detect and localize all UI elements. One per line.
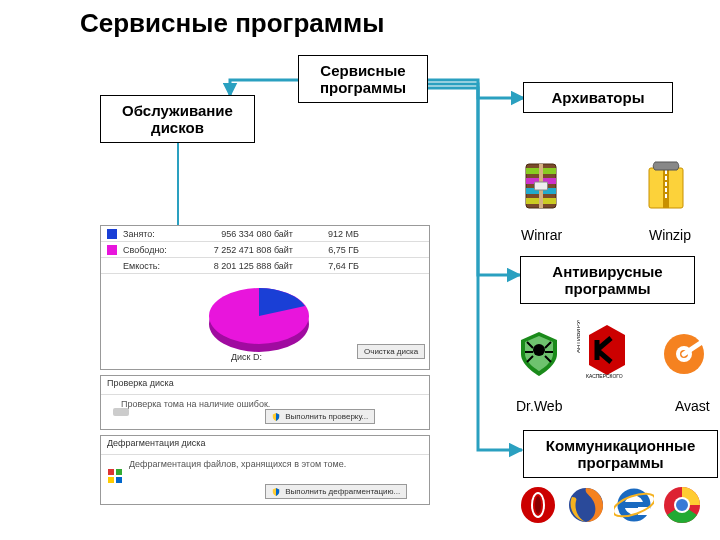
label-avast: Avast — [675, 398, 710, 414]
run-defrag-label: Выполнить дефрагментацию... — [285, 487, 400, 496]
svg-rect-19 — [665, 188, 667, 192]
box-comm: Коммуникационные программы — [523, 430, 718, 478]
svg-point-39 — [676, 499, 688, 511]
chrome-icon — [662, 485, 702, 525]
defrag-panel: Дефрагментация диска Дефрагментация файл… — [100, 435, 430, 505]
total-gb: 7,64 ГБ — [299, 261, 359, 271]
check-disk-text: Проверка тома на наличие ошибок. — [101, 395, 429, 409]
label-winrar: Winrar — [521, 227, 562, 243]
box-arch: Архиваторы — [523, 82, 673, 113]
free-row: Свободно: 7 252 471 808 байт 6,75 ГБ — [101, 242, 429, 258]
drive-icon — [113, 408, 129, 416]
total-row: Емкость: 8 201 125 888 байт 7,64 ГБ — [101, 258, 429, 274]
disk-usage-panel: Занято: 956 334 080 байт 912 МБ Свободно… — [100, 225, 430, 370]
svg-rect-13 — [535, 182, 548, 190]
shield-icon — [272, 488, 280, 496]
kaspersky-icon: АНТИВИРУС КАСПЕРСКОГО — [577, 320, 637, 380]
svg-text:КАСПЕРСКОГО: КАСПЕРСКОГО — [586, 373, 623, 379]
svg-point-31 — [535, 496, 541, 514]
label-drweb: Dr.Web — [516, 398, 562, 414]
shield-icon — [272, 413, 280, 421]
ie-icon — [614, 485, 654, 525]
free-swatch — [107, 245, 117, 255]
total-label: Емкость: — [123, 261, 177, 271]
winzip-icon — [645, 160, 687, 212]
svg-text:АНТИВИРУС: АНТИВИРУС — [577, 320, 581, 353]
box-antiv: Антивирусные программы — [520, 256, 695, 304]
defrag-icon — [107, 468, 123, 484]
used-swatch — [107, 229, 117, 239]
page-title: Сервисные программы — [80, 8, 384, 39]
box-serv-prog: Сервисные программы — [298, 55, 428, 103]
free-label: Свободно: — [123, 245, 177, 255]
used-mb: 912 МБ — [299, 229, 359, 239]
svg-rect-3 — [116, 469, 122, 475]
check-disk-panel: Проверка диска Проверка тома на наличие … — [100, 375, 430, 430]
winrar-icon — [520, 160, 562, 212]
used-bytes: 956 334 080 байт — [183, 229, 293, 239]
run-defrag-button[interactable]: Выполнить дефрагментацию... — [265, 484, 407, 499]
defrag-title: Дефрагментация диска — [101, 436, 429, 455]
disk-name: Диск D: — [231, 352, 262, 362]
svg-point-21 — [533, 344, 545, 356]
run-check-label: Выполнить проверку... — [285, 412, 368, 421]
defrag-text: Дефрагментация файлов, хранящихся в этом… — [101, 455, 429, 469]
svg-rect-4 — [108, 477, 114, 483]
label-winzip: Winzip — [649, 227, 691, 243]
drweb-icon — [515, 330, 563, 378]
opera-icon — [518, 485, 558, 525]
firefox-icon — [566, 485, 606, 525]
svg-rect-5 — [116, 477, 122, 483]
run-check-button[interactable]: Выполнить проверку... — [265, 409, 375, 424]
box-obsl: Обслуживание дисков — [100, 95, 255, 143]
svg-rect-17 — [665, 176, 667, 180]
free-bytes: 7 252 471 808 байт — [183, 245, 293, 255]
clean-disk-button[interactable]: Очистка диска — [357, 344, 425, 359]
svg-rect-18 — [665, 182, 667, 186]
used-label: Занято: — [123, 229, 177, 239]
free-gb: 6,75 ГБ — [299, 245, 359, 255]
svg-rect-2 — [108, 469, 114, 475]
svg-rect-20 — [665, 194, 667, 198]
used-row: Занято: 956 334 080 байт 912 МБ — [101, 226, 429, 242]
total-bytes: 8 201 125 888 байт — [183, 261, 293, 271]
avast-icon — [660, 330, 708, 378]
svg-rect-16 — [665, 170, 667, 174]
check-disk-title: Проверка диска — [101, 376, 429, 395]
